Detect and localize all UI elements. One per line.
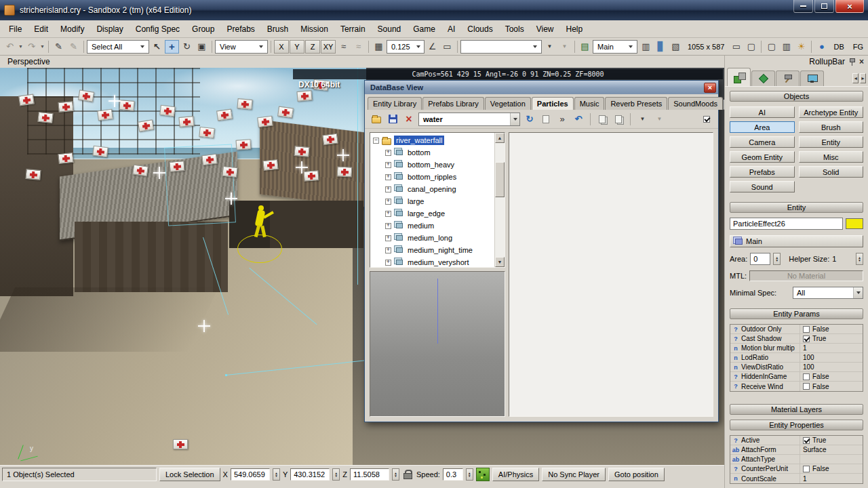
columns-icon[interactable] bbox=[779, 40, 793, 54]
database-tab[interactable]: Particles bbox=[532, 97, 574, 110]
ruler-tool-button[interactable] bbox=[440, 40, 454, 54]
fg-toolbar-label[interactable]: FG bbox=[849, 43, 867, 51]
menu-item[interactable]: Mission bbox=[294, 21, 334, 37]
object-type-button[interactable]: Brush bbox=[799, 121, 864, 133]
axis-xy-button[interactable]: XY bbox=[321, 40, 336, 54]
entity-name-input[interactable]: ParticleEffect26 bbox=[730, 218, 843, 230]
param-value-cell[interactable]: False bbox=[800, 464, 863, 473]
param-checkbox[interactable] bbox=[803, 326, 810, 333]
tab-objects[interactable] bbox=[727, 68, 751, 86]
particle-properties-panel[interactable] bbox=[509, 132, 713, 417]
selection-filter-button[interactable] bbox=[542, 40, 557, 54]
tab-display[interactable] bbox=[800, 70, 824, 86]
param-value-cell[interactable]: 100 bbox=[800, 363, 863, 371]
speed-spinner[interactable] bbox=[466, 468, 473, 481]
status-button[interactable]: No Sync Player bbox=[542, 468, 606, 481]
tree-scrollbar[interactable]: ▲ ▼ bbox=[494, 133, 505, 267]
rollup-tab-scroll-left-icon[interactable]: ◄ bbox=[852, 73, 859, 83]
menu-item[interactable]: Help bbox=[559, 21, 589, 37]
param-row[interactable]: ? Cast Shadow True bbox=[730, 334, 863, 344]
tree-root-item[interactable]: river_waterfall bbox=[370, 134, 494, 146]
tree-item[interactable]: canal_opening bbox=[370, 183, 494, 195]
param-row[interactable]: ? CounterPerUnit False bbox=[730, 464, 863, 474]
move-tool-button[interactable] bbox=[165, 40, 179, 54]
objects-section-header[interactable]: Objects bbox=[730, 91, 863, 102]
scroll-down-icon[interactable]: ▼ bbox=[495, 257, 505, 267]
param-value-cell[interactable]: True bbox=[800, 436, 863, 445]
z-coord-spinner[interactable] bbox=[392, 468, 399, 481]
y-coord-field[interactable]: 430.3152 bbox=[290, 468, 330, 481]
param-row[interactable]: n Motion blur multip 1 bbox=[730, 344, 863, 353]
object-type-button[interactable]: Archetype Entity bbox=[799, 106, 864, 118]
selection-mask-combo[interactable]: Select All bbox=[87, 40, 149, 54]
database-tab[interactable]: Reverb Presets bbox=[605, 97, 667, 110]
particle-tree-panel[interactable]: river_waterfall bottom bottom_heavy bott… bbox=[370, 132, 505, 268]
param-checkbox[interactable] bbox=[803, 373, 810, 380]
assign-to-selection-checkbox[interactable] bbox=[700, 113, 713, 126]
entity-section-header[interactable]: Entity bbox=[730, 202, 863, 213]
tree-item[interactable]: large bbox=[370, 195, 494, 207]
expand-icon[interactable] bbox=[385, 223, 391, 229]
object-type-button[interactable]: Entity bbox=[799, 136, 864, 148]
paste-item-button[interactable] bbox=[612, 113, 625, 126]
database-tab[interactable]: Vegetation bbox=[485, 97, 531, 110]
expand-icon[interactable] bbox=[385, 186, 391, 192]
grid-size-combo[interactable]: 0.125 bbox=[387, 40, 425, 54]
material-layers-header[interactable]: Material Layers bbox=[730, 404, 863, 415]
collapse-icon[interactable] bbox=[373, 138, 379, 144]
render-mode-button[interactable] bbox=[669, 40, 683, 54]
expand-icon[interactable] bbox=[385, 260, 391, 266]
sun-settings-icon[interactable] bbox=[794, 40, 808, 54]
status-button[interactable]: Goto position bbox=[608, 468, 665, 481]
tree-item[interactable]: bottom_heavy bbox=[370, 159, 494, 171]
entity-color-swatch[interactable] bbox=[846, 218, 863, 229]
param-row[interactable]: ? HiddenInGame False bbox=[730, 372, 863, 382]
area-spinner[interactable] bbox=[773, 253, 781, 265]
expand-icon[interactable] bbox=[385, 199, 391, 205]
axis-x-button[interactable]: X bbox=[274, 40, 289, 54]
layout-button[interactable] bbox=[744, 40, 758, 54]
snap-to-objects-button[interactable] bbox=[351, 40, 366, 54]
tree-item[interactable]: medium_veryshort bbox=[370, 256, 494, 267]
layer-select-button[interactable]: Main bbox=[730, 235, 863, 247]
helper-size-spinner[interactable] bbox=[856, 253, 863, 265]
tab-terrain[interactable] bbox=[751, 70, 775, 86]
param-value-cell[interactable]: 1 bbox=[800, 474, 863, 483]
menu-item[interactable]: Display bbox=[90, 21, 129, 37]
param-row[interactable]: n ViewDistRatio 100 bbox=[730, 363, 863, 372]
expand-icon[interactable] bbox=[385, 211, 391, 217]
tree-item[interactable]: medium bbox=[370, 220, 494, 232]
rotate-tool-button[interactable] bbox=[180, 40, 194, 54]
menu-item[interactable]: Modify bbox=[54, 21, 90, 37]
x-coord-field[interactable]: 549.0659 bbox=[231, 468, 270, 481]
param-row[interactable]: ? Active True bbox=[730, 436, 863, 445]
viewport-header[interactable]: Perspective bbox=[0, 56, 724, 68]
terrain-collision-button[interactable] bbox=[476, 468, 490, 481]
param-value-cell[interactable]: 100 bbox=[800, 353, 863, 362]
database-tab[interactable]: Entity Library bbox=[368, 97, 422, 110]
link-object-icon[interactable] bbox=[52, 40, 66, 54]
title-bar[interactable]: stricherisland.cry - Sandbox 2 (tm) (x64… bbox=[0, 0, 868, 20]
follow-terrain-button[interactable] bbox=[336, 40, 351, 54]
x-coord-spinner[interactable] bbox=[273, 468, 280, 481]
param-row[interactable]: ab AttachType bbox=[730, 455, 863, 464]
object-type-button[interactable]: AI bbox=[730, 106, 795, 118]
param-checkbox[interactable] bbox=[803, 383, 810, 390]
menu-item[interactable]: File bbox=[3, 21, 28, 37]
redo-button[interactable] bbox=[24, 40, 39, 54]
close-rollup-icon[interactable]: × bbox=[859, 58, 864, 66]
menu-item[interactable]: AI bbox=[441, 21, 461, 37]
scrollbar-thumb[interactable] bbox=[495, 162, 505, 197]
select-tool-button[interactable] bbox=[150, 40, 164, 54]
pin-icon[interactable] bbox=[849, 58, 855, 66]
menu-item[interactable]: Group bbox=[186, 21, 220, 37]
expand-icon[interactable] bbox=[385, 174, 391, 180]
remove-library-button[interactable] bbox=[402, 113, 416, 126]
database-tab[interactable]: Music bbox=[574, 97, 605, 110]
load-library-button[interactable] bbox=[370, 113, 383, 126]
angle-snap-button[interactable] bbox=[425, 40, 439, 54]
param-value-cell[interactable]: False bbox=[800, 325, 863, 333]
filter-items-button[interactable] bbox=[635, 113, 650, 126]
menu-item[interactable]: View bbox=[530, 21, 560, 37]
param-value-cell[interactable]: False bbox=[800, 372, 863, 381]
